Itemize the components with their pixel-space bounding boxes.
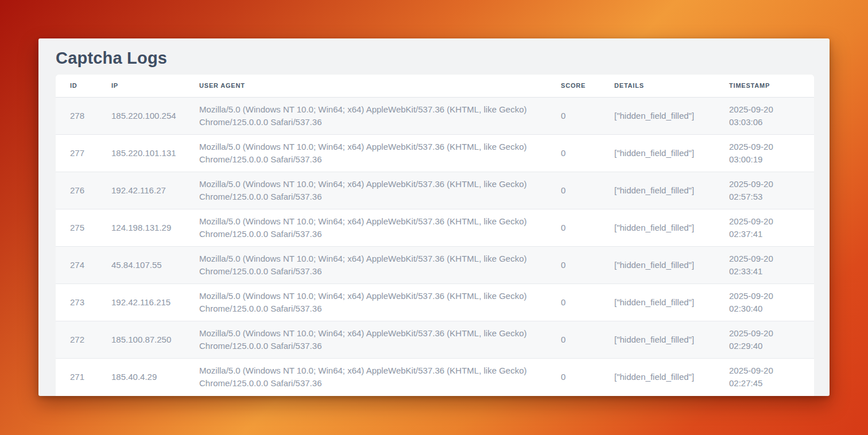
column-header-timestamp: TIMESTAMP — [715, 75, 814, 97]
column-header-id: ID — [56, 75, 97, 97]
cell-details: ["hidden_field_filled"] — [600, 321, 715, 358]
cell-id: 276 — [56, 172, 97, 209]
cell-timestamp: 2025-09-20 02:30:40 — [715, 283, 814, 321]
cell-score: 0 — [547, 172, 600, 209]
cell-ip: 185.40.4.29 — [97, 358, 185, 395]
cell-score: 0 — [547, 134, 600, 172]
column-header-user-agent: USER AGENT — [185, 75, 547, 97]
cell-user-agent: Mozilla/5.0 (Windows NT 10.0; Win64; x64… — [185, 321, 547, 358]
cell-details: ["hidden_field_filled"] — [600, 246, 715, 283]
column-header-score: SCORE — [547, 75, 600, 97]
cell-id: 277 — [56, 134, 97, 172]
cell-user-agent: Mozilla/5.0 (Windows NT 10.0; Win64; x64… — [185, 97, 547, 134]
cell-user-agent: Mozilla/5.0 (Windows NT 10.0; Win64; x64… — [185, 283, 547, 321]
cell-timestamp: 2025-09-20 02:27:45 — [715, 358, 814, 395]
cell-user-agent: Mozilla/5.0 (Windows NT 10.0; Win64; x64… — [185, 209, 547, 246]
cell-timestamp: 2025-09-20 02:29:40 — [715, 321, 814, 358]
cell-timestamp: 2025-09-20 02:37:41 — [715, 209, 814, 246]
table-header-row: ID IP USER AGENT SCORE DETAILS TIMESTAMP — [56, 75, 814, 97]
cell-timestamp: 2025-09-20 03:03:06 — [715, 97, 814, 134]
column-header-ip: IP — [97, 75, 185, 97]
table-row: 271 185.40.4.29 Mozilla/5.0 (Windows NT … — [56, 358, 814, 395]
table-row: 272 185.100.87.250 Mozilla/5.0 (Windows … — [56, 321, 814, 358]
cell-user-agent: Mozilla/5.0 (Windows NT 10.0; Win64; x64… — [185, 172, 547, 209]
cell-score: 0 — [547, 358, 600, 395]
cell-timestamp: 2025-09-20 03:00:19 — [715, 134, 814, 172]
table-row: 278 185.220.100.254 Mozilla/5.0 (Windows… — [56, 97, 814, 134]
cell-id: 275 — [56, 209, 97, 246]
cell-score: 0 — [547, 97, 600, 134]
captcha-logs-table: ID IP USER AGENT SCORE DETAILS TIMESTAMP… — [56, 75, 814, 395]
page-title: Captcha Logs — [56, 49, 812, 67]
cell-details: ["hidden_field_filled"] — [600, 134, 715, 172]
cell-ip: 45.84.107.55 — [97, 246, 185, 283]
cell-details: ["hidden_field_filled"] — [600, 97, 715, 134]
cell-score: 0 — [547, 246, 600, 283]
cell-ip: 185.220.100.254 — [97, 97, 185, 134]
cell-details: ["hidden_field_filled"] — [600, 209, 715, 246]
table-row: 277 185.220.101.131 Mozilla/5.0 (Windows… — [56, 134, 814, 172]
cell-ip: 192.42.116.27 — [97, 172, 185, 209]
cell-user-agent: Mozilla/5.0 (Windows NT 10.0; Win64; x64… — [185, 246, 547, 283]
cell-timestamp: 2025-09-20 02:33:41 — [715, 246, 814, 283]
cell-details: ["hidden_field_filled"] — [600, 283, 715, 321]
cell-ip: 124.198.131.29 — [97, 209, 185, 246]
cell-user-agent: Mozilla/5.0 (Windows NT 10.0; Win64; x64… — [185, 358, 547, 395]
cell-timestamp: 2025-09-20 02:57:53 — [715, 172, 814, 209]
table-body: 278 185.220.100.254 Mozilla/5.0 (Windows… — [56, 97, 814, 395]
cell-id: 274 — [56, 246, 97, 283]
cell-score: 0 — [547, 209, 600, 246]
table-row: 275 124.198.131.29 Mozilla/5.0 (Windows … — [56, 209, 814, 246]
table-row: 274 45.84.107.55 Mozilla/5.0 (Windows NT… — [56, 246, 814, 283]
cell-details: ["hidden_field_filled"] — [600, 358, 715, 395]
cell-id: 272 — [56, 321, 97, 358]
cell-id: 278 — [56, 97, 97, 134]
column-header-details: DETAILS — [600, 75, 715, 97]
cell-details: ["hidden_field_filled"] — [600, 172, 715, 209]
logs-table-container: ID IP USER AGENT SCORE DETAILS TIMESTAMP… — [56, 75, 814, 396]
table-row: 276 192.42.116.27 Mozilla/5.0 (Windows N… — [56, 172, 814, 209]
cell-user-agent: Mozilla/5.0 (Windows NT 10.0; Win64; x64… — [185, 134, 547, 172]
cell-score: 0 — [547, 321, 600, 358]
cell-ip: 185.220.101.131 — [97, 134, 185, 172]
card-header: Captcha Logs — [38, 38, 830, 75]
cell-id: 271 — [56, 358, 97, 395]
cell-id: 273 — [56, 283, 97, 321]
cell-ip: 192.42.116.215 — [97, 283, 185, 321]
cell-score: 0 — [547, 283, 600, 321]
cell-ip: 185.100.87.250 — [97, 321, 185, 358]
table-row: 273 192.42.116.215 Mozilla/5.0 (Windows … — [56, 283, 814, 321]
captcha-logs-card: Captcha Logs ID IP USER AGENT SCORE DETA… — [38, 38, 830, 396]
